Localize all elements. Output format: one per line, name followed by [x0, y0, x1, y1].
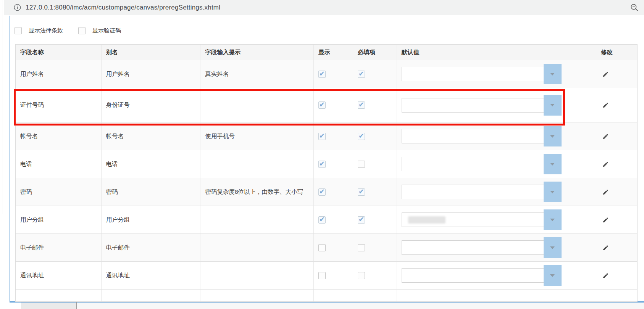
chevron-down-icon [550, 135, 555, 138]
display-checkbox[interactable] [318, 216, 326, 224]
required-checkbox[interactable] [358, 101, 365, 109]
redacted-value-blur [408, 216, 445, 224]
page-options: 显示法律条款 显示验证码 [15, 23, 136, 38]
required-checkbox[interactable] [358, 272, 365, 279]
dropdown-arrow-button[interactable] [544, 126, 562, 146]
edit-pencil-icon[interactable] [602, 161, 609, 167]
edit-pencil-icon[interactable] [602, 272, 609, 279]
show-legal-terms-label[interactable]: 显示法律条款 [29, 27, 63, 34]
required-checkbox[interactable] [358, 188, 365, 196]
info-icon[interactable] [13, 3, 21, 11]
show-captcha-checkbox[interactable] [78, 27, 86, 34]
default-value-dropdown[interactable] [402, 157, 544, 171]
url-text[interactable]: 127.0.0.1:8080/imc/acm/custompage/canvas… [26, 4, 220, 11]
display-checkbox[interactable] [318, 71, 326, 78]
edit-pencil-icon[interactable] [602, 189, 609, 195]
alias-cell: 电话 [102, 150, 201, 178]
header-default-value: 默认值 [397, 45, 596, 60]
zoom-out-icon[interactable] [630, 3, 639, 12]
table-row-partial [16, 290, 637, 301]
header-input-hint: 字段输入提示 [200, 45, 314, 60]
url-bar[interactable]: 127.0.0.1:8080/imc/acm/custompage/canvas… [4, 0, 644, 15]
display-checkbox[interactable] [318, 244, 326, 251]
default-value-dropdown[interactable] [402, 129, 544, 143]
field-name-cell: 电子邮件 [16, 234, 102, 261]
display-checkbox[interactable] [318, 161, 326, 168]
default-value-dropdown[interactable] [402, 212, 544, 227]
hint-cell [200, 88, 314, 122]
field-name-cell: 密码 [16, 178, 102, 206]
edit-pencil-icon[interactable] [602, 245, 609, 251]
edit-pencil-icon[interactable] [602, 217, 609, 223]
hint-cell [200, 150, 314, 178]
alias-cell: 身份证号 [102, 88, 201, 122]
table-row: 用户分组 用户分组 [16, 206, 637, 234]
edit-pencil-icon[interactable] [602, 71, 609, 77]
required-checkbox[interactable] [358, 133, 365, 140]
table-header-row: 字段名称 别名 字段输入提示 显示 必填项 默认值 修改 [16, 45, 637, 60]
default-value-dropdown[interactable] [402, 268, 544, 283]
header-display: 显示 [314, 45, 353, 60]
field-name-cell: 帐号名 [16, 122, 102, 150]
header-required: 必填项 [353, 45, 397, 60]
table-row: 电话 电话 [16, 150, 637, 178]
hint-cell: 真实姓名 [200, 60, 314, 88]
header-field-name: 字段名称 [16, 45, 102, 60]
field-name-cell: 电话 [16, 150, 102, 178]
hint-cell [200, 206, 314, 233]
alias-cell: 用户姓名 [102, 60, 201, 88]
table-row: 证件号码 身份证号 [16, 88, 637, 122]
header-modify: 修改 [596, 45, 637, 60]
dropdown-arrow-button[interactable] [544, 64, 562, 84]
display-checkbox[interactable] [318, 101, 326, 109]
display-checkbox[interactable] [318, 272, 326, 279]
display-checkbox[interactable] [318, 133, 326, 140]
dropdown-arrow-button[interactable] [544, 209, 562, 230]
dropdown-arrow-button[interactable] [544, 265, 562, 286]
alias-cell: 密码 [102, 178, 201, 206]
alias-cell: 通讯地址 [102, 262, 201, 289]
chevron-down-icon [550, 73, 555, 76]
default-value-dropdown[interactable] [402, 98, 544, 113]
chevron-down-icon [550, 191, 555, 193]
field-name-cell: 用户姓名 [16, 60, 102, 88]
window-left-border [10, 16, 10, 302]
dropdown-arrow-button[interactable] [544, 182, 562, 202]
table-row: 用户姓名 用户姓名 真实姓名 [16, 60, 637, 88]
field-name-cell: 通讯地址 [16, 262, 102, 289]
dropdown-arrow-button[interactable] [544, 154, 562, 174]
chevron-down-icon [550, 246, 555, 249]
dropdown-arrow-button[interactable] [544, 237, 562, 258]
browser-window: 127.0.0.1:8080/imc/acm/custompage/canvas… [0, 0, 644, 309]
hint-cell: 密码复杂度8位以上，由数字、大小写 [200, 178, 314, 206]
hint-cell [200, 262, 314, 289]
edit-pencil-icon[interactable] [602, 133, 609, 140]
alias-cell: 用户分组 [102, 206, 201, 233]
required-checkbox[interactable] [358, 71, 365, 78]
required-checkbox[interactable] [358, 244, 365, 251]
required-checkbox[interactable] [358, 216, 365, 224]
table-row: 帐号名 帐号名 使用手机号 [16, 122, 637, 150]
table-row: 密码 密码 密码复杂度8位以上，由数字、大小写 [16, 178, 637, 206]
bottom-strip-gray [21, 303, 76, 309]
bottom-strip-left [0, 303, 21, 309]
chevron-down-icon [550, 219, 555, 221]
show-legal-terms-checkbox[interactable] [15, 27, 22, 34]
dropdown-arrow-button[interactable] [544, 95, 562, 116]
show-captcha-label[interactable]: 显示验证码 [92, 27, 121, 34]
hint-cell: 使用手机号 [200, 122, 314, 150]
alias-cell: 电子邮件 [102, 234, 201, 261]
chevron-down-icon [550, 274, 555, 277]
required-checkbox[interactable] [358, 161, 365, 168]
header-alias: 别名 [102, 45, 201, 60]
edit-pencil-icon[interactable] [602, 102, 609, 108]
display-checkbox[interactable] [318, 188, 326, 196]
field-name-cell: 证件号码 [16, 88, 102, 122]
default-value-dropdown[interactable] [402, 67, 544, 81]
default-value-dropdown[interactable] [402, 240, 544, 255]
chevron-down-icon [550, 104, 555, 106]
field-name-cell: 用户分组 [16, 206, 102, 233]
default-value-dropdown[interactable] [402, 185, 544, 199]
hint-cell [200, 234, 314, 261]
field-settings-table: 字段名称 别名 字段输入提示 显示 必填项 默认值 修改 用户姓名 用户姓名 真… [15, 44, 638, 302]
